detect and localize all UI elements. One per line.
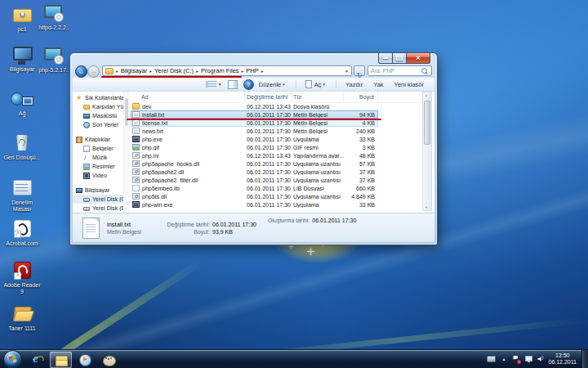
column-header[interactable]: Tür <box>292 92 344 102</box>
file-row[interactable]: php5embed.lib 06.01.2011 17:30 LIB Dosya… <box>131 184 378 192</box>
desktop-icon-label: Adobe Reader 9 <box>3 282 41 295</box>
sidebar-item[interactable]: Müzik <box>73 153 123 162</box>
taskbar: 13:50 06.12.2011 <box>0 349 588 368</box>
chevron-down-icon[interactable]: ▼ <box>345 69 349 74</box>
preview-pane-button[interactable] <box>228 80 238 89</box>
file-row[interactable]: php5apache2_filter.dll 06.01.2011 17:30 … <box>131 176 378 184</box>
search-icon <box>421 68 427 74</box>
tray-icon[interactable] <box>537 356 545 362</box>
sidebar-item[interactable]: Sık Kullanılanlar <box>73 93 123 102</box>
file-name-cell: php5apache2.dll <box>131 168 245 175</box>
tray-icon[interactable] <box>501 356 507 362</box>
column-header[interactable]: Değiştirme tarihi <box>245 92 292 102</box>
sidebar-item[interactable]: Yerel Disk (D:) <box>73 204 123 213</box>
sidebar-item[interactable]: Resimler <box>73 162 123 171</box>
sidebar-item-label: Resimler <box>92 164 115 169</box>
file-row[interactable]: php5apache_hooks.dll 06.01.2011 17:30 Uy… <box>131 159 378 168</box>
forward-button[interactable]: → <box>87 65 100 78</box>
desktop-icon[interactable]: Denetim Masası <box>3 177 41 213</box>
annotation-underline-install-row <box>127 119 381 120</box>
taskbar-app-button[interactable] <box>74 352 96 368</box>
desktop-icon[interactable]: php-5.2.17.. <box>35 45 73 74</box>
desktop-icon[interactable]: Adobe Reader 9 <box>3 260 41 295</box>
sidebar-item[interactable]: Masaüstü <box>73 111 123 120</box>
file-date-cell: 06.01.2011 17:30 <box>245 137 292 142</box>
file-date-cell: 06.01.2011 17:30 <box>245 145 292 150</box>
file-date-cell: 06.01.2011 17:30 <box>245 202 292 208</box>
taskbar-clock[interactable]: 13:50 06.12.2011 <box>548 352 577 366</box>
breadcrumb-item[interactable]: PHP <box>246 67 265 74</box>
help-button[interactable]: ? <box>243 79 254 90</box>
desktop-icon-label: Acrobat.com <box>3 240 41 247</box>
minimize-button[interactable] <box>378 53 393 64</box>
search-box[interactable]: Ara: PHP <box>368 65 432 76</box>
file-type-icon <box>132 160 140 167</box>
tray-icon[interactable] <box>487 356 496 362</box>
column-header[interactable]: Ad <box>131 92 245 102</box>
desktop-icon[interactable]: Taner 1111 <box>3 303 41 332</box>
file-type-cell: Uygulama uzantısı <box>292 169 344 175</box>
maximize-button[interactable] <box>393 53 407 64</box>
file-row[interactable]: php-win.exe 06.01.2011 17:30 Uygulama 33… <box>131 200 378 209</box>
taskbar-app-button[interactable] <box>26 352 48 368</box>
toolbar-button[interactable]: Yeni klasör <box>394 81 424 88</box>
desktop-icon-label: Geri Dönüşü... <box>3 155 41 161</box>
toolbar-button[interactable]: Aç <box>296 80 325 88</box>
tray-icon[interactable] <box>512 356 520 363</box>
file-row[interactable]: install.txt 06.01.2011 17:30 Metin Belge… <box>131 110 378 119</box>
toolbar-button[interactable]: Düzenle <box>259 81 285 88</box>
file-row[interactable]: news.txt 06.01.2011 17:30 Metin Belgesi … <box>131 127 378 135</box>
sidebar-scrollbar[interactable] <box>123 92 130 213</box>
desktop-icon[interactable]: Geri Dönüşü... <box>3 132 41 161</box>
details-file-type: Metin Belgesi <box>107 228 159 236</box>
file-size-cell: 48 KB <box>344 153 378 159</box>
desktop-icon-label: Taner 1111 <box>3 325 41 332</box>
file-size-cell: 4.849 KB <box>344 194 378 200</box>
file-row[interactable]: php5apache2.dll 06.01.2011 17:30 Uygulam… <box>131 168 378 176</box>
column-header[interactable]: Boyut <box>344 92 378 102</box>
file-row[interactable]: php.ini 06.12.2011 13:43 Yapılandırma ay… <box>131 151 378 159</box>
file-name-cell: php-win.exe <box>131 201 245 208</box>
file-type-cell: Metin Belgesi <box>292 112 344 118</box>
scrollbar-thumb[interactable] <box>125 98 128 126</box>
back-button[interactable]: ← <box>75 65 87 78</box>
breadcrumb-item[interactable]: Yerel Disk (C:) <box>154 67 201 74</box>
sidebar-item[interactable]: Son Yerler <box>73 120 123 129</box>
desktop-icon[interactable]: Acrobat.com <box>3 218 41 247</box>
toolbar-button[interactable]: Yak <box>373 81 383 88</box>
scrollbar-thumb[interactable] <box>424 101 430 145</box>
sidebar-item[interactable]: Yerel Disk (C:) <box>73 195 123 204</box>
address-bar[interactable]: ▸ BilgisayarYerel Disk (C:)Program Files… <box>102 65 352 76</box>
change-view-button[interactable]: ▼ <box>206 81 222 88</box>
breadcrumb-separator: ▸ <box>116 69 118 74</box>
sidebar-item[interactable]: Kitaplıklar <box>73 135 123 144</box>
file-row[interactable]: php5ts.dll 06.01.2011 17:30 Uygulama uza… <box>131 192 378 200</box>
sidebar-item[interactable]: Video <box>73 171 123 180</box>
tray-icon[interactable] <box>525 356 532 362</box>
file-row[interactable]: php.exe 06.01.2011 17:30 Uygulama 33 KB <box>131 135 378 143</box>
toolbar-button[interactable]: Yazdır <box>336 80 363 88</box>
sidebar-item[interactable]: Karşıdan Yüklem <box>73 102 123 111</box>
taskbar-app-button[interactable] <box>50 352 72 368</box>
start-button[interactable] <box>3 350 22 368</box>
breadcrumb: BilgisayarYerel Disk (C:)Program FilesPH… <box>121 67 266 74</box>
close-button[interactable]: × <box>407 53 430 64</box>
sidebar-item-icon <box>83 164 90 170</box>
sidebar-item[interactable]: Belgeler <box>73 144 123 153</box>
refresh-button[interactable] <box>354 65 365 76</box>
desktop-icon[interactable]: httpd-2.2.2.. <box>35 2 73 31</box>
navigation-pane: Sık Kullanılanlar Karşıdan Yüklem Masaüs… <box>73 93 123 213</box>
taskbar-app-button[interactable] <box>97 352 119 368</box>
breadcrumb-item[interactable]: Bilgisayar <box>121 67 154 74</box>
sidebar-item-icon <box>76 95 82 101</box>
desktop-icon-glyph <box>40 45 68 66</box>
sidebar-item[interactable]: Bilgisayar <box>73 186 123 195</box>
file-row[interactable]: dev 06.12.2011 13:43 Dosya klasörü <box>131 102 378 110</box>
show-desktop-button[interactable] <box>581 350 588 368</box>
list-scrollbar[interactable] <box>422 92 432 211</box>
breadcrumb-item[interactable]: Program Files <box>201 67 246 74</box>
file-row[interactable]: php.gif 06.01.2011 17:30 GIF resmi 3 KB <box>131 143 378 151</box>
desktop-icon[interactable]: Ağ <box>3 88 41 117</box>
desktop-icon-label: Ağ <box>3 110 41 117</box>
desktop-icon-glyph <box>8 132 36 154</box>
